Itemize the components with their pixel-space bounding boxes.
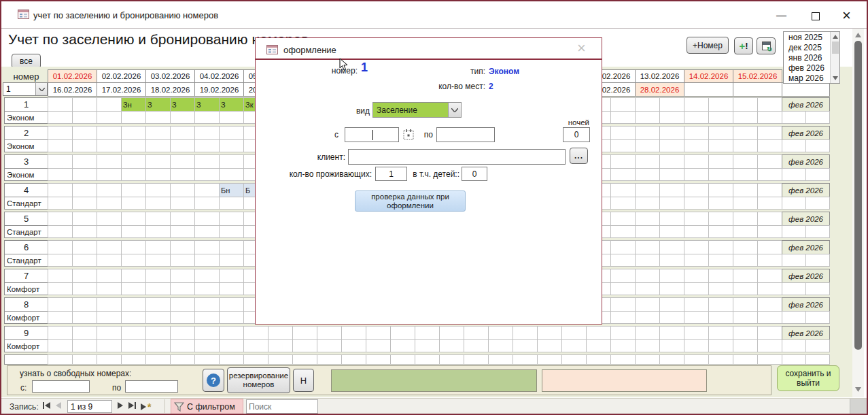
grid-cell[interactable] (708, 139, 733, 152)
booking-cell[interactable] (219, 297, 244, 312)
dropdown-button[interactable] (448, 103, 461, 117)
grid-cell[interactable] (659, 254, 684, 267)
grid-cell[interactable] (48, 225, 73, 238)
booking-cell[interactable] (170, 183, 195, 197)
grid-cell[interactable] (170, 197, 195, 210)
booking-cell[interactable] (194, 126, 220, 140)
grid-cell[interactable] (170, 282, 195, 295)
grid-cell[interactable] (610, 139, 636, 152)
booking-cell[interactable] (145, 297, 171, 312)
booking-cell[interactable] (684, 154, 709, 169)
grid-cell[interactable] (145, 139, 171, 152)
grid-cell[interactable] (219, 254, 244, 267)
booking-cell[interactable] (219, 240, 244, 254)
booking-cell[interactable] (659, 154, 684, 169)
date-to-input[interactable] (436, 127, 495, 142)
booking-cell[interactable]: З (219, 97, 244, 112)
room-number-cell[interactable]: 8 (4, 297, 48, 312)
grid-cell[interactable] (170, 225, 195, 238)
grid-cell[interactable] (72, 111, 97, 124)
grid-cell[interactable] (757, 339, 782, 352)
grid-cell[interactable] (757, 254, 782, 267)
grid-cell[interactable] (243, 339, 268, 352)
grid-cell[interactable] (708, 339, 733, 352)
grid-cell[interactable] (733, 168, 758, 181)
month-list-item[interactable]: дек 2025 (784, 43, 830, 53)
grid-cell[interactable] (439, 339, 464, 352)
booking-cell[interactable] (659, 212, 684, 226)
booking-cell[interactable] (219, 212, 244, 226)
booking-cell[interactable] (635, 297, 660, 312)
booking-cell[interactable] (684, 297, 709, 312)
booking-cell[interactable] (121, 240, 146, 254)
booking-cell[interactable] (464, 326, 489, 340)
grid-cell[interactable] (341, 339, 366, 352)
booking-cell[interactable] (708, 326, 733, 340)
booking-cell[interactable] (170, 154, 195, 169)
booking-cell[interactable]: З (194, 97, 220, 112)
grid-cell[interactable] (145, 197, 171, 210)
grid-cell[interactable] (121, 168, 146, 181)
booking-cell[interactable] (733, 269, 758, 283)
grid-cell[interactable] (488, 339, 513, 352)
date-picker-button[interactable] (402, 129, 415, 141)
grid-cell[interactable] (635, 111, 660, 124)
booking-cell[interactable] (170, 240, 195, 254)
grid-cell[interactable] (145, 111, 171, 124)
month-scroll-thumb[interactable] (832, 42, 839, 54)
booking-cell[interactable] (684, 269, 709, 283)
dialog-close-icon[interactable]: × (577, 39, 586, 57)
grid-cell[interactable] (48, 282, 73, 295)
grid-cell[interactable] (733, 254, 758, 267)
grid-cell[interactable] (757, 225, 782, 238)
grid-cell[interactable] (684, 225, 709, 238)
booking-cell[interactable] (610, 297, 636, 312)
booking-cell[interactable] (635, 240, 660, 254)
grid-cell[interactable] (635, 225, 660, 238)
grid-cell[interactable] (194, 311, 220, 324)
month-list-scrollbar[interactable] (830, 32, 839, 83)
grid-cell[interactable] (194, 139, 220, 152)
booking-cell[interactable] (708, 97, 733, 112)
booking-cell[interactable] (733, 240, 758, 254)
close-button[interactable]: × (842, 7, 851, 24)
grid-cell[interactable] (537, 339, 562, 352)
grid-cell[interactable] (757, 282, 782, 295)
booking-cell[interactable] (757, 326, 782, 340)
booking-cell[interactable] (219, 269, 244, 283)
month-list-item[interactable]: янв 2026 (784, 53, 830, 63)
new-record-button[interactable]: * (140, 401, 151, 412)
grid-cell[interactable] (708, 197, 733, 210)
booking-cell[interactable] (170, 269, 195, 283)
grid-cell[interactable] (72, 254, 97, 267)
refresh-table-button[interactable]: ↻ (757, 37, 776, 54)
grid-cell[interactable] (635, 282, 660, 295)
grid-cell[interactable] (659, 111, 684, 124)
booking-cell[interactable] (121, 212, 146, 226)
booking-cell[interactable] (708, 126, 733, 140)
booking-cell[interactable] (757, 154, 782, 169)
grid-cell[interactable] (72, 339, 97, 352)
booking-cell[interactable] (97, 297, 122, 312)
booking-cell[interactable] (97, 269, 122, 283)
grid-cell[interactable] (708, 282, 733, 295)
booking-cell[interactable] (317, 326, 342, 340)
booking-cell[interactable] (48, 183, 73, 197)
booking-cell[interactable] (561, 326, 587, 340)
minimize-button[interactable]: — (776, 9, 786, 20)
booking-cell[interactable] (292, 326, 317, 340)
grid-cell[interactable] (72, 225, 97, 238)
booking-cell[interactable] (145, 212, 171, 226)
booking-cell[interactable] (72, 97, 97, 112)
grid-cell[interactable] (121, 311, 146, 324)
search-input[interactable] (246, 399, 318, 414)
booking-cell[interactable] (708, 297, 733, 312)
booking-cell[interactable] (659, 126, 684, 140)
grid-cell[interactable] (97, 225, 122, 238)
grid-cell[interactable] (219, 339, 244, 352)
grid-cell[interactable] (72, 139, 97, 152)
grid-cell[interactable] (121, 139, 146, 152)
scroll-up-icon[interactable] (855, 33, 861, 37)
grid-cell[interactable] (684, 111, 709, 124)
booking-cell[interactable] (341, 326, 366, 340)
